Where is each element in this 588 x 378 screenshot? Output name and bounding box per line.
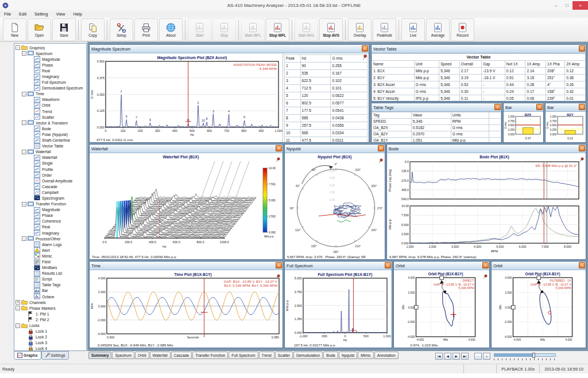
table-row[interactable]: 105650.0334 <box>285 130 368 137</box>
tree-item-alert[interactable]: Alert <box>14 247 86 253</box>
playback-button-3[interactable]: ▶| <box>461 353 469 360</box>
tab-spectrum[interactable]: Spectrum <box>112 352 134 359</box>
tree-item-magnitude[interactable]: Magnitude <box>14 56 86 62</box>
tree-item-lock-1[interactable]: Lock 1 <box>14 329 86 334</box>
tab-orbit[interactable]: Orbit <box>135 352 149 359</box>
tab-scatter[interactable]: Scatter <box>275 352 293 359</box>
tree-item-waterfall[interactable]: Waterfall <box>14 155 86 161</box>
panel-close-icon[interactable]: × <box>579 45 585 52</box>
tree-item-table-tags[interactable]: Table Tags <box>14 282 86 288</box>
table-row[interactable]: 2: B1YMils p-p5,3463.19-16.1 V0.513.1525… <box>372 75 586 81</box>
table-row[interactable]: 25350.167 <box>285 70 368 77</box>
tab-summary[interactable]: Summary <box>88 352 111 359</box>
tree-item-magnitude[interactable]: Magnitude <box>14 207 86 213</box>
panel-close-icon[interactable]: × <box>536 104 543 110</box>
tree-item-single[interactable]: Single <box>14 161 86 166</box>
tree-item-graphics[interactable]: -Graphics <box>14 45 86 50</box>
tree-item-real[interactable]: Real <box>14 224 86 230</box>
table-row[interactable]: 4: B2Y AccelG rms5,3460.30-0.240.17158°0… <box>372 88 586 95</box>
tree-item-phase[interactable]: Phase <box>14 213 86 219</box>
table-row[interactable]: SPEED5,346RPM <box>372 119 501 125</box>
tree-item-real[interactable]: Real <box>14 68 86 73</box>
tab-annotation[interactable]: Annotation <box>374 352 399 359</box>
tree-item-locks[interactable]: -Locks <box>14 323 86 329</box>
collapse-icon[interactable]: - <box>22 150 26 154</box>
table-row[interactable]: 6802.50.0577 <box>285 100 368 107</box>
tree-item-lock-3[interactable]: Lock 3 <box>14 340 86 346</box>
toolbar-button-copy[interactable]: Copy <box>81 18 105 41</box>
table-row[interactable]: 1: B1XMils p-p5,3462.17-13.9 V0.122.1420… <box>372 68 586 75</box>
tree-item-spectrum[interactable]: -Spectrum <box>14 50 86 56</box>
tab-nyquist[interactable]: Nyquist <box>339 352 357 359</box>
panel-close-icon[interactable]: × <box>579 104 585 110</box>
tree-item-spectrogram[interactable]: Spectrogram <box>14 195 86 201</box>
panel-close-icon[interactable]: × <box>276 262 282 268</box>
slider-thumb[interactable] <box>532 353 535 358</box>
toolbar-button-open[interactable]: Open <box>28 18 51 41</box>
table-row[interactable]: 3: B2X AccelG rms5,3460.52-0.440.284°0.2… <box>372 81 586 88</box>
panel-close-icon[interactable]: × <box>385 262 391 268</box>
waterfall-chart[interactable]: Waterfall Plot (B1X)0.0200.0400.0600.080… <box>90 153 283 259</box>
collapse-icon[interactable]: - <box>22 120 26 125</box>
table-row[interactable]: OA_B2Y0.2970G rms <box>372 131 501 138</box>
playback-button-2[interactable]: ▶ <box>452 353 460 360</box>
collapse-icon[interactable]: - <box>16 45 20 50</box>
tree-item-waterfall[interactable]: -Waterfall <box>14 149 86 155</box>
tree-item-cascade[interactable]: Cascade <box>14 184 86 189</box>
table-row[interactable]: OA_B1Y1.051Mils p-p <box>372 138 501 143</box>
tree-item-process-other[interactable]: -Process/Other <box>14 236 86 241</box>
close-button[interactable]: × <box>572 1 588 10</box>
toolbar-button-save[interactable]: Save <box>52 18 76 41</box>
tree-item-lock-4[interactable]: Lock 4 <box>14 346 86 351</box>
toolbar-button-overlay[interactable]: Overlay <box>348 18 372 41</box>
toolbar-button-record[interactable]: Record <box>451 18 474 41</box>
collapse-icon[interactable]: - <box>22 202 26 206</box>
tab-full-spectrum[interactable]: Full Spectrum <box>229 352 258 359</box>
tree-item-alarm-logs[interactable]: Alarm Logs <box>14 241 86 247</box>
collapse-icon[interactable]: - <box>16 324 20 328</box>
orbit2-chart[interactable]: Orbit Plot (B1X-B1Y)4.0002.0000.000-2.00… <box>492 270 586 348</box>
toolbar-button-peakhold[interactable]: Peakhold <box>373 18 396 41</box>
tree-item-profile[interactable]: Profile <box>14 166 86 172</box>
collapse-icon[interactable]: - <box>16 306 20 310</box>
bar2-chart[interactable]: B2Y1.0000.7500.5000.2500.0000.21G rms <box>546 112 586 142</box>
tree-item-phase[interactable]: Phase <box>14 62 86 68</box>
tree-item-vector-transient[interactable]: -Vector & Transient <box>14 120 86 126</box>
toolbar-button-stop-avg[interactable]: Stop AVG <box>319 18 343 41</box>
tree-item-field[interactable]: Field <box>14 259 86 264</box>
table-row[interactable]: 4712.50.101 <box>285 85 368 92</box>
maximize-button[interactable]: □ <box>562 1 572 10</box>
panel-close-icon[interactable]: × <box>276 145 282 151</box>
tree-item-shaft-centerline[interactable]: Shaft-Centerline <box>14 138 86 143</box>
pin-icon[interactable] <box>362 54 368 61</box>
panel-close-icon[interactable]: × <box>362 45 368 52</box>
tree-item-bar[interactable]: Bar <box>14 288 86 294</box>
playback-slider[interactable] <box>494 353 556 360</box>
tree-item-octave[interactable]: Octave <box>14 294 86 299</box>
tree-item-orbit[interactable]: Orbit <box>14 103 86 108</box>
tab-mimic[interactable]: Mimic <box>358 352 373 359</box>
menu-item-setting[interactable]: Setting <box>30 11 52 17</box>
panel-close-icon[interactable]: × <box>579 145 585 151</box>
tree-item-script[interactable]: Script <box>14 276 86 282</box>
tree-item-scatter[interactable]: Scatter <box>14 114 86 120</box>
tree-item-1-pm-1[interactable]: 1: PM 1 <box>14 311 86 317</box>
toolbar-button-print[interactable]: Print <box>134 18 158 41</box>
playback-button-1[interactable]: ◀ <box>444 353 451 360</box>
menu-item-edit[interactable]: Edit <box>15 11 30 17</box>
nyquist-chart[interactable]: Nyquist Plot (B1X)0°30°60°90°120°150°180… <box>285 153 385 259</box>
collapse-icon[interactable]: - <box>22 92 26 96</box>
tab-cascade[interactable]: Cascade <box>171 352 192 359</box>
table-row[interactable]: 5: B1Y VelocityIPS p-p5,3460.11-0.050.06… <box>372 95 586 102</box>
minimize-button[interactable]: – <box>551 1 562 10</box>
tree-item-coherence[interactable]: Coherence <box>14 219 86 224</box>
tab-demodulation[interactable]: Demodulation <box>293 352 323 359</box>
table-row[interactable]: 9257.50.0356 <box>285 122 368 130</box>
tab-trend[interactable]: Trend <box>259 352 274 359</box>
tree-item-2-pm-2[interactable]: 2: PM 2 <box>14 317 86 322</box>
table-row[interactable]: 51200.0622 <box>285 92 368 100</box>
playback-button-0[interactable]: |◀ <box>435 353 443 360</box>
tree-item-demodulated-spectrum[interactable]: Demodulated Spectrum <box>14 85 86 91</box>
tree-item-campbell[interactable]: Campbell <box>14 189 86 195</box>
tree-item-order[interactable]: Order <box>14 172 86 178</box>
